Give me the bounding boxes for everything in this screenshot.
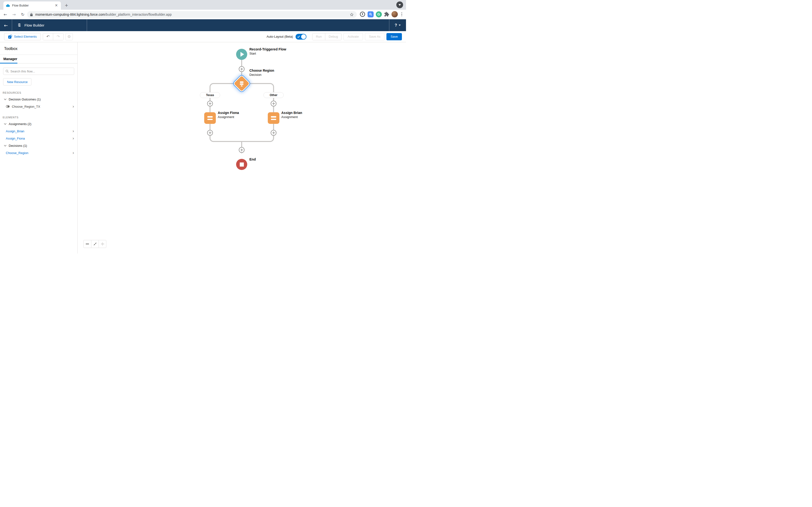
- browser-reload-button[interactable]: ↻: [19, 11, 26, 18]
- save-as-button[interactable]: Save As: [365, 33, 385, 40]
- assignments-group[interactable]: Assignments (2): [0, 120, 77, 127]
- save-button[interactable]: Save: [387, 33, 402, 40]
- zoom-in-button[interactable]: [99, 240, 106, 248]
- decision-node-title: Choose Region: [249, 68, 274, 72]
- search-input[interactable]: [10, 69, 72, 73]
- chevron-down-icon: [4, 123, 6, 125]
- tab-manager[interactable]: Manager: [3, 57, 17, 61]
- zoom-out-button[interactable]: [84, 240, 91, 248]
- tab-close-icon[interactable]: ×: [54, 3, 58, 8]
- toggle-check-icon: [297, 36, 300, 38]
- flow-toolbar: ✓ Select Elements ↶ ↷ ⚙ Auto-Layout (Bet…: [0, 31, 406, 42]
- browser-menu-icon[interactable]: [400, 12, 404, 16]
- lock-icon: [30, 13, 33, 16]
- chevron-right-icon[interactable]: ›: [72, 104, 74, 109]
- run-debug-group: Run Debug: [312, 33, 342, 40]
- connector-merge-right: [241, 136, 274, 142]
- new-resource-button[interactable]: New Resource: [3, 78, 32, 86]
- add-element-button[interactable]: [271, 130, 276, 136]
- toolbox-tabs: Manager: [0, 55, 77, 63]
- start-node-subtitle: Start: [249, 52, 256, 55]
- canvas-zoom-controls: [83, 240, 106, 248]
- resources-heading: RESOURCES: [3, 91, 77, 94]
- decisions-group[interactable]: Decisions (1): [0, 142, 77, 149]
- elements-heading: ELEMENTS: [3, 116, 77, 119]
- zoom-fit-button[interactable]: [91, 240, 99, 248]
- browser-tab[interactable]: Flow Builder ×: [3, 1, 61, 10]
- element-row-choose-region[interactable]: Choose_Region ›: [0, 149, 77, 157]
- browser-profile-avatar[interactable]: [392, 11, 398, 17]
- element-row-assign-fiona[interactable]: Assign_Fiona ›: [0, 135, 77, 142]
- chevron-right-icon[interactable]: ›: [72, 151, 74, 155]
- assignment-node-fiona[interactable]: [204, 112, 216, 124]
- active-tab-indicator: [0, 63, 17, 63]
- element-row-assign-brian[interactable]: Assign_Brian ›: [0, 127, 77, 135]
- redo-button[interactable]: ↷: [53, 33, 63, 40]
- add-element-button[interactable]: [239, 147, 245, 153]
- password-manager-extension-icon[interactable]: [360, 11, 365, 17]
- search-person-extension-icon[interactable]: [367, 11, 373, 17]
- tab-title: Flow Builder: [12, 4, 54, 7]
- decision-outcomes-group[interactable]: Decision Outcomes (1): [0, 96, 77, 103]
- flow-settings-button[interactable]: ⚙: [65, 33, 73, 40]
- activate-button[interactable]: Activate: [343, 33, 363, 40]
- chevron-right-icon[interactable]: ›: [72, 136, 74, 140]
- select-elements-button[interactable]: ✓ Select Elements: [4, 33, 41, 40]
- help-menu[interactable]: ?: [389, 19, 406, 31]
- app-title-section: Flow Builder: [12, 19, 87, 31]
- tab-strip-menu-icon[interactable]: [396, 1, 403, 8]
- toolbox-sidebar: Toolbox Manager New Resource RESOURCES D…: [0, 42, 78, 253]
- chevron-right-icon[interactable]: ›: [72, 129, 74, 133]
- undo-redo-group: ↶ ↷: [43, 33, 63, 40]
- outcome-row-choose-region-tx[interactable]: Choose_Region_TX ›: [0, 103, 77, 110]
- decision-signpost-icon: [238, 80, 245, 87]
- flow-canvas[interactable]: Record-Triggered Flow Start Choose Regio…: [78, 42, 406, 253]
- play-icon: [241, 52, 244, 57]
- undo-button[interactable]: ↶: [43, 33, 53, 40]
- debug-button[interactable]: Debug: [325, 33, 341, 40]
- add-element-button[interactable]: [207, 101, 213, 107]
- caret-down-icon: [399, 4, 401, 6]
- assignment-node-subtitle: Assignment: [281, 115, 298, 119]
- flow-search-box: [3, 68, 74, 75]
- chevron-down-icon: [4, 99, 6, 100]
- help-caret-icon: [399, 24, 401, 26]
- branch-label-other: Other: [263, 92, 284, 98]
- browser-toolbar: ← → ↻ momentum-computing-884.lightning.f…: [0, 10, 406, 19]
- connector-merge-left: [209, 136, 242, 142]
- end-node-title: End: [249, 157, 256, 161]
- select-elements-icon: ✓: [8, 35, 12, 39]
- browser-extensions-row: G: [360, 11, 404, 17]
- assignment-node-title: Assign Fiona: [218, 111, 239, 115]
- add-element-button[interactable]: [239, 66, 245, 72]
- outcome-icon: [6, 105, 10, 108]
- minus-icon: [86, 243, 89, 244]
- add-element-button[interactable]: [271, 101, 276, 107]
- flow-icon: [17, 23, 22, 27]
- new-tab-button[interactable]: +: [63, 2, 69, 9]
- help-icon: ?: [395, 23, 397, 27]
- grammarly-extension-icon[interactable]: G: [376, 11, 382, 17]
- extensions-puzzle-icon[interactable]: [384, 12, 389, 17]
- start-node[interactable]: [236, 49, 247, 60]
- browser-back-button[interactable]: ←: [2, 11, 9, 18]
- collapse-arrows-icon: [93, 242, 97, 246]
- assignment-node-title: Assign Brian: [281, 111, 302, 115]
- auto-layout-toggle[interactable]: [296, 34, 306, 40]
- salesforce-favicon: [6, 4, 10, 7]
- back-button[interactable]: ←: [0, 19, 12, 31]
- bookmark-star-icon[interactable]: [350, 12, 354, 17]
- browser-forward-button[interactable]: →: [11, 11, 17, 18]
- branch-label-texas: Texas: [200, 92, 220, 98]
- search-icon: [6, 69, 9, 73]
- end-node[interactable]: [236, 159, 247, 170]
- add-element-button[interactable]: [207, 130, 213, 136]
- toolbox-title: Toolbox: [4, 47, 77, 51]
- decision-node-subtitle: Decision: [249, 73, 261, 76]
- chevron-down-icon: [4, 145, 6, 147]
- assignment-node-brian[interactable]: [268, 112, 280, 124]
- flow-builder-header: ← Flow Builder ?: [0, 19, 406, 31]
- url-bar[interactable]: momentum-computing-884.lightning.force.c…: [27, 11, 357, 18]
- auto-layout-label: Auto-Layout (Beta): [266, 35, 293, 38]
- run-button[interactable]: Run: [312, 33, 325, 40]
